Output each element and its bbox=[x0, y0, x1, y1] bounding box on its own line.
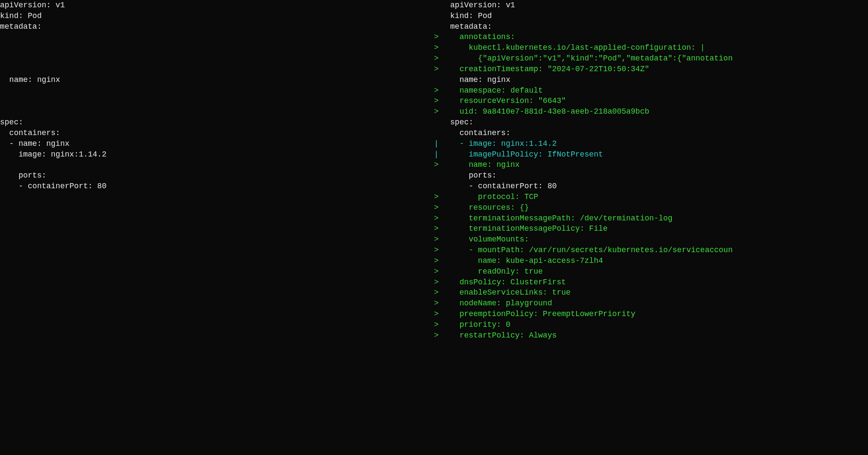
diff-line: name: nginx bbox=[0, 75, 434, 85]
diff-marker: > bbox=[434, 64, 441, 75]
diff-container: apiVersion: v1kind: Podmetadata: name: n… bbox=[0, 0, 868, 455]
diff-marker bbox=[434, 170, 441, 181]
diff-line: > kubectl.kubernetes.io/last-applied-con… bbox=[434, 42, 868, 53]
diff-line bbox=[0, 32, 434, 42]
diff-marker: > bbox=[434, 106, 441, 117]
diff-text: apiVersion: v1 bbox=[450, 1, 515, 9]
diff-line bbox=[0, 64, 434, 75]
diff-marker: > bbox=[434, 309, 441, 319]
diff-text: uid: 9a8410e7-881d-43e8-aeeb-218a005a9bc… bbox=[450, 107, 649, 116]
diff-line: > readOnly: true bbox=[434, 266, 868, 277]
diff-text: name: nginx bbox=[0, 75, 60, 84]
diff-text: image: nginx:1.14.2 bbox=[0, 150, 106, 159]
diff-line bbox=[0, 85, 434, 96]
diff-text: creationTimestamp: "2024-07-22T10:50:34Z… bbox=[450, 65, 649, 73]
diff-text: terminationMessagePath: /dev/termination… bbox=[450, 214, 672, 223]
diff-marker: > bbox=[434, 298, 441, 309]
diff-marker bbox=[434, 75, 441, 85]
diff-line: metadata: bbox=[0, 21, 434, 32]
diff-line: > name: kube-api-access-7zlh4 bbox=[434, 256, 868, 266]
diff-text: containers: bbox=[0, 129, 60, 137]
diff-text: terminationMessagePolicy: File bbox=[450, 224, 607, 233]
diff-text: {"apiVersion":"v1","kind":"Pod","metadat… bbox=[450, 54, 733, 63]
diff-line: spec: bbox=[434, 117, 868, 128]
diff-text: metadata: bbox=[450, 22, 492, 31]
diff-line: kind: Pod bbox=[434, 11, 868, 21]
diff-marker: > bbox=[434, 160, 441, 170]
diff-line: ports: bbox=[0, 170, 434, 181]
diff-text: ports: bbox=[0, 171, 46, 180]
diff-text: name: nginx bbox=[450, 75, 510, 84]
diff-marker: > bbox=[434, 234, 441, 245]
diff-text: apiVersion: v1 bbox=[0, 1, 65, 9]
diff-line bbox=[0, 106, 434, 117]
diff-text: ports: bbox=[450, 171, 496, 180]
diff-text: name: kube-api-access-7zlh4 bbox=[450, 256, 603, 265]
diff-line bbox=[0, 53, 434, 64]
diff-marker bbox=[434, 11, 441, 21]
diff-text: annotations: bbox=[450, 33, 515, 41]
diff-marker: > bbox=[434, 96, 441, 106]
diff-text: - image: nginx:1.14.2 bbox=[450, 139, 556, 148]
diff-line: > preemptionPolicy: PreemptLowerPriority bbox=[434, 309, 868, 319]
diff-marker: > bbox=[434, 192, 441, 202]
diff-line: > nodeName: playground bbox=[434, 298, 868, 309]
diff-line: ports: bbox=[434, 170, 868, 181]
diff-left-pane[interactable]: apiVersion: v1kind: Podmetadata: name: n… bbox=[0, 0, 434, 455]
diff-marker: > bbox=[434, 319, 441, 330]
diff-line: > dnsPolicy: ClusterFirst bbox=[434, 277, 868, 288]
diff-line: metadata: bbox=[434, 21, 868, 32]
diff-line: > uid: 9a8410e7-881d-43e8-aeeb-218a005a9… bbox=[434, 106, 868, 117]
diff-marker: > bbox=[434, 42, 441, 53]
diff-right-pane[interactable]: apiVersion: v1 kind: Pod metadata:> anno… bbox=[434, 0, 868, 455]
diff-text: volumeMounts: bbox=[450, 235, 529, 244]
diff-text: priority: 0 bbox=[450, 320, 510, 329]
diff-line: > resources: {} bbox=[434, 202, 868, 213]
diff-text: spec: bbox=[450, 118, 473, 127]
diff-text: restartPolicy: Always bbox=[450, 331, 556, 340]
diff-marker bbox=[434, 0, 441, 11]
diff-line: spec: bbox=[0, 117, 434, 128]
diff-line: > volumeMounts: bbox=[434, 234, 868, 245]
diff-line: - containerPort: 80 bbox=[0, 181, 434, 192]
diff-marker: > bbox=[434, 223, 441, 234]
diff-marker: > bbox=[434, 277, 441, 288]
diff-line: > terminationMessagePath: /dev/terminati… bbox=[434, 213, 868, 224]
diff-marker bbox=[434, 181, 441, 192]
diff-text: resourceVersion: "6643" bbox=[450, 96, 566, 105]
diff-marker: > bbox=[434, 330, 441, 341]
diff-line: > protocol: TCP bbox=[434, 192, 868, 202]
diff-line bbox=[0, 42, 434, 53]
diff-line: > {"apiVersion":"v1","kind":"Pod","metad… bbox=[434, 53, 868, 64]
diff-text: - containerPort: 80 bbox=[450, 182, 556, 190]
diff-marker bbox=[434, 117, 441, 128]
diff-line: > annotations: bbox=[434, 32, 868, 42]
diff-marker: > bbox=[434, 266, 441, 277]
diff-text: metadata: bbox=[0, 22, 42, 31]
diff-line: > resourceVersion: "6643" bbox=[434, 96, 868, 106]
diff-marker bbox=[434, 21, 441, 32]
diff-line: name: nginx bbox=[434, 75, 868, 85]
diff-marker: | bbox=[434, 149, 441, 160]
diff-text: resources: {} bbox=[450, 203, 529, 212]
diff-line: > restartPolicy: Always bbox=[434, 330, 868, 341]
diff-marker: > bbox=[434, 256, 441, 266]
diff-line: > terminationMessagePolicy: File bbox=[434, 223, 868, 234]
diff-line: | - image: nginx:1.14.2 bbox=[434, 139, 868, 149]
diff-text: namespace: default bbox=[450, 86, 543, 95]
diff-line: > enableServiceLinks: true bbox=[434, 287, 868, 298]
diff-marker bbox=[434, 128, 441, 139]
diff-text: - name: nginx bbox=[0, 139, 69, 148]
diff-marker: > bbox=[434, 287, 441, 298]
diff-line: - containerPort: 80 bbox=[434, 181, 868, 192]
diff-text: nodeName: playground bbox=[450, 299, 552, 307]
diff-line: > name: nginx bbox=[434, 160, 868, 170]
diff-text: containers: bbox=[450, 129, 510, 137]
diff-line: containers: bbox=[0, 128, 434, 139]
diff-line: apiVersion: v1 bbox=[0, 0, 434, 11]
diff-line: kind: Pod bbox=[0, 11, 434, 21]
diff-marker: > bbox=[434, 213, 441, 224]
diff-marker: > bbox=[434, 202, 441, 213]
diff-line: - name: nginx bbox=[0, 139, 434, 149]
diff-text: kind: Pod bbox=[0, 12, 42, 20]
